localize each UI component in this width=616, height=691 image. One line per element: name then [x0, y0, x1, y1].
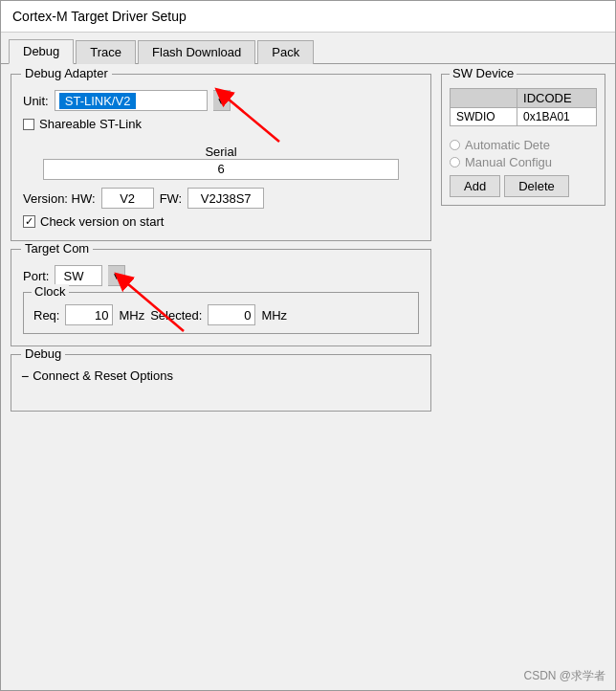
manual-config-label: Manual Configu	[465, 155, 552, 169]
debug-adapter-group: Debug Adapter Unit: ST-LINK/V2 ▼ Shareab…	[11, 74, 431, 241]
clock-row: Req: 10 MHz Selected: 0 MHz	[33, 304, 408, 325]
fw-label: FW:	[160, 191, 183, 206]
tab-pack[interactable]: Pack	[257, 40, 314, 64]
unit-select-box[interactable]: ST-LINK/V2	[55, 90, 208, 111]
sw-device-label: SW Device	[450, 66, 517, 80]
sw-table-row: SWDIO 0x1BA01	[451, 108, 597, 126]
left-panel: Debug Adapter Unit: ST-LINK/V2 ▼ Shareab…	[11, 74, 431, 680]
debug-group: Debug − Connect & Reset Options	[11, 354, 431, 412]
serial-value: 6	[43, 159, 400, 180]
tab-trace[interactable]: Trace	[76, 40, 136, 64]
tab-flash-download[interactable]: Flash Download	[138, 40, 255, 64]
auto-detect-label: Automatic Dete	[465, 138, 550, 152]
unit-value: ST-LINK/V2	[59, 93, 137, 109]
add-button[interactable]: Add	[450, 175, 500, 197]
connect-row: − Connect & Reset Options	[21, 368, 421, 383]
shareable-label: Shareable ST-Link	[39, 117, 142, 131]
req-label: Req:	[33, 308, 59, 323]
manual-config-row[interactable]: Manual Configu	[450, 155, 597, 169]
target-com-group: Target Com Port: SW ▼	[11, 249, 431, 346]
connect-label: Connect & Reset Options	[33, 368, 173, 383]
selected-input: 0	[208, 304, 255, 325]
shareable-checkbox[interactable]	[23, 119, 34, 130]
clock-label: Clock	[32, 284, 69, 299]
serial-label: Serial	[205, 145, 236, 159]
clock-group: Clock Req: 10 MHz Selected: 0 MHz	[23, 292, 419, 334]
auto-detect-row[interactable]: Automatic Dete	[450, 138, 597, 152]
auto-detect-radio[interactable]	[450, 140, 460, 150]
unit-label: Unit:	[23, 94, 49, 108]
debug-adapter-label: Debug Adapter	[21, 66, 112, 80]
sw-device-table: IDCODE SWDIO 0x1BA01	[450, 88, 597, 126]
sw-idcode-cell: 0x1BA01	[517, 108, 597, 126]
check-version-checkbox[interactable]: ✓	[23, 215, 35, 228]
fw-value-input: V2J38S7	[187, 188, 264, 209]
port-label: Port:	[23, 269, 49, 283]
unit-dropdown-arrow[interactable]: ▼	[213, 90, 231, 111]
minus-icon: −	[21, 369, 29, 383]
unit-row: Unit: ST-LINK/V2 ▼	[23, 90, 419, 111]
port-value: SW	[63, 269, 83, 283]
port-select-box[interactable]: SW	[55, 265, 102, 286]
port-dropdown-arrow[interactable]: ▼	[108, 265, 125, 286]
sw-device-group: SW Device IDCODE SWDIO 0x1BA01	[441, 74, 605, 206]
delete-button[interactable]: Delete	[504, 175, 569, 197]
window-title: Cortex-M Target Driver Setup	[12, 9, 187, 24]
tab-debug[interactable]: Debug	[9, 39, 74, 64]
sw-buttons: Add Delete	[450, 175, 597, 197]
check-version-row: ✓ Check version on start	[23, 214, 419, 229]
version-hw-label: Version: HW:	[23, 191, 96, 206]
port-row: Port: SW ▼	[23, 265, 419, 286]
serial-section: Serial 6	[23, 145, 419, 180]
manual-config-radio[interactable]	[450, 157, 460, 167]
sw-table-col2: IDCODE	[517, 89, 597, 108]
debug-group-label: Debug	[21, 346, 65, 361]
title-bar: Cortex-M Target Driver Setup	[1, 1, 615, 33]
req-input[interactable]: 10	[65, 304, 113, 325]
target-com-label: Target Com	[21, 241, 93, 256]
mhz1-label: MHz	[119, 308, 144, 323]
right-panel: SW Device IDCODE SWDIO 0x1BA01	[441, 74, 605, 680]
shareable-row: Shareable ST-Link	[23, 117, 419, 131]
sw-table-col1	[451, 89, 517, 108]
mhz2-label: MHz	[261, 308, 287, 323]
selected-label: Selected:	[150, 308, 202, 323]
watermark: CSDN @求学者	[523, 668, 605, 684]
sw-swdio-cell: SWDIO	[451, 108, 517, 126]
check-version-label: Check version on start	[40, 214, 164, 229]
version-row: Version: HW: V2 FW: V2J38S7	[23, 188, 419, 209]
tabs-bar: Debug Trace Flash Download Pack	[1, 33, 615, 64]
main-content: Debug Adapter Unit: ST-LINK/V2 ▼ Shareab…	[1, 64, 615, 690]
hw-value-input: V2	[101, 188, 154, 209]
